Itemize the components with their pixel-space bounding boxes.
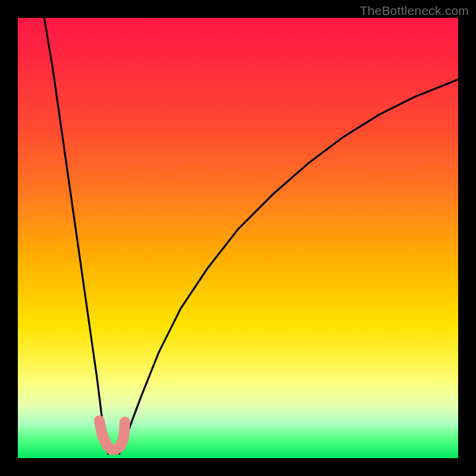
watermark-text: TheBottleneck.com — [360, 4, 469, 18]
marker-band-curve — [99, 421, 125, 449]
curves-svg — [18, 18, 458, 458]
plot-area — [18, 18, 458, 458]
left-branch-curve — [44, 18, 108, 454]
right-branch-curve — [119, 80, 458, 454]
chart-frame: TheBottleneck.com — [0, 0, 476, 476]
